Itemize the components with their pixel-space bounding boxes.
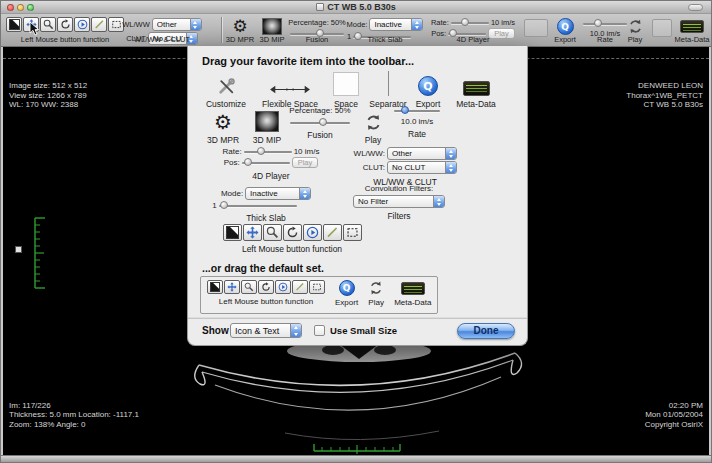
- rotate-tool-button[interactable]: [258, 280, 274, 294]
- move-tool-button[interactable]: [243, 224, 262, 241]
- wlww-contrast-icon: [210, 282, 220, 292]
- scroll-tool-button[interactable]: [275, 280, 291, 294]
- clut-select[interactable]: No CLUT: [387, 161, 457, 174]
- magnify-tool-button[interactable]: [40, 17, 56, 32]
- default-left-mouse[interactable]: Left Mouse button function: [207, 280, 325, 306]
- thick-slab-mode-select[interactable]: Inactive: [245, 187, 311, 200]
- default-set-box: Left Mouse button function Export Play M…: [200, 276, 438, 314]
- chevron-updown-icon: [445, 148, 456, 159]
- osirix-window: CT WB 5.0 B30s Left Mouse button functio…: [0, 0, 712, 463]
- wlww-tool-button[interactable]: [223, 224, 242, 241]
- item-play[interactable]: Play: [356, 108, 390, 145]
- scroll-tool-button[interactable]: [303, 224, 322, 241]
- separator-icon: [388, 71, 389, 96]
- chevron-updown-icon: [290, 324, 301, 337]
- toolbar-toggle-pill[interactable]: [688, 4, 703, 11]
- toolbar-play[interactable]: Play: [622, 17, 648, 46]
- magnify-tool-button[interactable]: [241, 280, 257, 294]
- chevron-updown-icon: [433, 196, 444, 207]
- roi-tool-button[interactable]: [343, 224, 362, 241]
- done-button[interactable]: Done: [457, 323, 515, 339]
- main-toolbar: Left Mouse button function WL/WW Other C…: [1, 14, 711, 47]
- length-tool-button[interactable]: [323, 224, 342, 241]
- thick-slab-slider[interactable]: [219, 201, 297, 210]
- wlww-tool-button[interactable]: [6, 17, 22, 32]
- item-metadata[interactable]: Meta-Data: [448, 68, 504, 109]
- 4d-rate-slider[interactable]: [451, 18, 489, 27]
- rate-slider[interactable]: [583, 19, 627, 28]
- item-wlww-clut[interactable]: WL/WW: Other CLUT: No CLUT WL/WW & CLUT: [346, 146, 464, 187]
- item-rate[interactable]: 10.0 im/s Rate: [392, 106, 442, 139]
- title-bar[interactable]: CT WB 5.0 B30s: [1, 1, 711, 14]
- item-export[interactable]: Export: [408, 68, 448, 109]
- fusion-slider[interactable]: [290, 118, 350, 127]
- item-filters[interactable]: Convolution Filters: No Filter Filters: [334, 184, 464, 221]
- refresh-play-icon: [368, 280, 384, 296]
- space-icon: [333, 72, 359, 96]
- item-fusion[interactable]: Percentage: 50% Fusion: [288, 106, 352, 140]
- item-thick-slab[interactable]: Mode: Inactive 1 Thick Slab: [210, 186, 322, 223]
- 4d-play-button[interactable]: Play: [292, 157, 319, 168]
- metadata-dicom-icon: [401, 282, 425, 295]
- item-separator[interactable]: Separator: [368, 68, 408, 109]
- toolbar-metadata[interactable]: Meta-Data: [675, 17, 709, 46]
- 4d-pos-slider[interactable]: [242, 158, 290, 167]
- 4d-rate-slider[interactable]: [244, 147, 292, 156]
- scroll-play-icon: [77, 19, 88, 30]
- export-quicktime-icon: [557, 18, 574, 35]
- magnify-tool-button[interactable]: [263, 224, 282, 241]
- gear-icon: [214, 112, 232, 132]
- mip-image-icon: [255, 111, 279, 132]
- toolbar-4d-player: Rate: 10 im/s Pos: Play 4D Player: [425, 17, 521, 46]
- item-3dmpr[interactable]: 3D MPR: [200, 108, 246, 145]
- wlww-contrast-icon: [9, 19, 20, 30]
- scroll-play-icon: [278, 282, 288, 292]
- use-small-size-checkbox[interactable]: [314, 325, 325, 336]
- edge-scroll-marker[interactable]: [15, 246, 22, 253]
- rotate-tool-button[interactable]: [57, 17, 73, 32]
- item-customize[interactable]: Customize: [198, 68, 254, 109]
- item-4d-player[interactable]: Rate: 10 im/s Pos: Play 4D Player: [212, 146, 330, 181]
- roi-tool-button[interactable]: [309, 280, 325, 294]
- window-bottom-edge[interactable]: [1, 455, 711, 462]
- item-left-mouse-set[interactable]: Left Mouse button function: [212, 224, 372, 254]
- convolution-filter-select[interactable]: No Filter: [353, 195, 445, 208]
- wlww-select[interactable]: Other: [387, 147, 457, 160]
- roi-dashed-icon: [111, 19, 122, 30]
- show-mode-select[interactable]: Icon & Text: [230, 323, 302, 338]
- item-space[interactable]: Space: [326, 68, 366, 109]
- move-tool-button[interactable]: [224, 280, 240, 294]
- show-label: Show: [202, 325, 229, 336]
- wlww-tool-button[interactable]: [207, 280, 223, 294]
- overlay-top-left: Image size: 512 x 512View size: 1266 x 7…: [9, 62, 87, 129]
- thick-slab-mode-select[interactable]: Inactive: [369, 18, 423, 31]
- scroll-play-icon: [306, 226, 319, 239]
- customize-tools-icon: [217, 77, 236, 96]
- use-small-size-label: Use Small Size: [330, 325, 397, 336]
- move-icon: [246, 226, 259, 239]
- wlww-select[interactable]: Other: [152, 18, 202, 31]
- item-flexible-space[interactable]: Flexible Space: [254, 68, 326, 109]
- default-export[interactable]: Export: [335, 280, 358, 307]
- footer-divider: [188, 318, 527, 319]
- horizontal-cm-ruler: [313, 443, 401, 455]
- rotate-tool-button[interactable]: [283, 224, 302, 241]
- default-metadata[interactable]: Meta-Data: [394, 280, 431, 307]
- refresh-play-icon: [627, 18, 644, 35]
- rotate-icon: [60, 19, 71, 30]
- window-title: CT WB 5.0 B30s: [1, 2, 711, 13]
- roi-dashed-icon: [312, 282, 322, 292]
- magnify-icon: [43, 19, 54, 30]
- rate-slider[interactable]: [394, 106, 440, 115]
- item-3dmip[interactable]: 3D MIP: [246, 108, 288, 145]
- toolbar-left-mouse-group: Left Mouse button function: [6, 17, 124, 46]
- length-tool-button[interactable]: [292, 280, 308, 294]
- default-play[interactable]: Play: [368, 280, 384, 307]
- metadata-dicom-icon: [463, 81, 490, 96]
- magnify-icon: [244, 282, 254, 292]
- rotate-icon: [261, 282, 271, 292]
- default-set-caption: ...or drag the default set.: [202, 262, 324, 274]
- mouse-cursor: [29, 21, 40, 37]
- scroll-tool-button[interactable]: [74, 17, 90, 32]
- length-tool-button[interactable]: [91, 17, 107, 32]
